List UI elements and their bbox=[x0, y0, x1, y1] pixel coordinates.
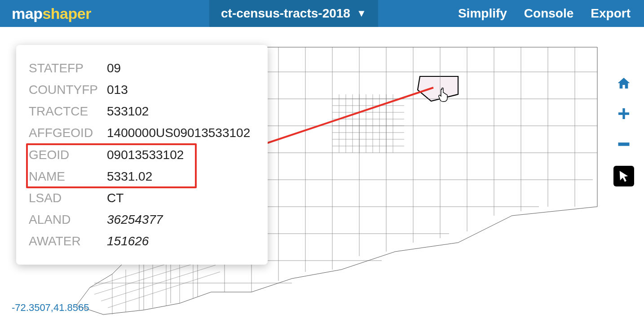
attribute-row: COUNTYFP013 bbox=[29, 79, 259, 101]
attribute-row: LSADCT bbox=[29, 187, 259, 209]
attribute-key: AFFGEOID bbox=[29, 122, 107, 144]
home-button[interactable] bbox=[615, 74, 633, 92]
app-logo[interactable]: mapshaper bbox=[0, 5, 91, 22]
attribute-row: AWATER151626 bbox=[29, 230, 259, 252]
attribute-key: NAME bbox=[29, 166, 107, 187]
attribute-key: GEOID bbox=[29, 144, 107, 166]
attribute-value: 013 bbox=[107, 79, 259, 101]
attribute-key: COUNTYFP bbox=[29, 79, 107, 101]
layer-selector-dropdown[interactable]: ct-census-tracts-2018 ▼ bbox=[209, 0, 378, 27]
attribute-value: 09 bbox=[107, 58, 259, 79]
plus-icon bbox=[617, 106, 631, 121]
minus-icon bbox=[617, 142, 631, 146]
feature-info-popup: STATEFP09COUNTYFP013TRACTCE533102AFFGEOI… bbox=[16, 45, 268, 265]
nav-right: Simplify Console Export bbox=[458, 0, 644, 27]
coordinates-readout: -72.3507,41.8565 bbox=[12, 302, 89, 314]
attribute-row: STATEFP09 bbox=[29, 58, 259, 79]
export-button[interactable]: Export bbox=[591, 6, 631, 21]
attribute-row: TRACTCE533102 bbox=[29, 101, 259, 122]
attribute-value: 151626 bbox=[107, 230, 259, 252]
attribute-value: CT bbox=[107, 187, 259, 209]
attribute-key: AWATER bbox=[29, 230, 107, 252]
simplify-button[interactable]: Simplify bbox=[458, 6, 507, 21]
chevron-down-icon: ▼ bbox=[357, 8, 366, 19]
zoom-out-button[interactable] bbox=[615, 135, 633, 153]
attribute-key: LSAD bbox=[29, 187, 107, 209]
app-header: mapshaper ct-census-tracts-2018 ▼ Simpli… bbox=[0, 0, 644, 27]
cursor-icon bbox=[618, 170, 630, 182]
attribute-key: ALAND bbox=[29, 209, 107, 230]
cursor-tool-button[interactable] bbox=[613, 166, 634, 186]
attribute-value: 36254377 bbox=[107, 209, 259, 230]
attribute-row: AFFGEOID1400000US09013533102 bbox=[29, 122, 259, 144]
layer-name: ct-census-tracts-2018 bbox=[221, 6, 350, 21]
logo-text-2: shaper bbox=[42, 5, 91, 22]
attribute-value: 09013533102 bbox=[107, 144, 259, 166]
attribute-key: STATEFP bbox=[29, 58, 107, 79]
console-button[interactable]: Console bbox=[524, 6, 573, 21]
attribute-row: NAME5331.02 bbox=[29, 166, 259, 187]
attribute-value: 5331.02 bbox=[107, 166, 259, 187]
attribute-row: ALAND36254377 bbox=[29, 209, 259, 230]
zoom-in-button[interactable] bbox=[615, 105, 633, 123]
svg-rect-1 bbox=[618, 142, 630, 146]
logo-text-1: map bbox=[12, 5, 42, 22]
attribute-row: GEOID09013533102 bbox=[29, 144, 259, 166]
home-icon bbox=[617, 76, 631, 90]
attribute-value: 533102 bbox=[107, 101, 259, 122]
attribute-value: 1400000US09013533102 bbox=[107, 122, 259, 144]
feature-attribute-table: STATEFP09COUNTYFP013TRACTCE533102AFFGEOI… bbox=[29, 58, 259, 252]
map-tools bbox=[613, 74, 634, 186]
attribute-key: TRACTCE bbox=[29, 101, 107, 122]
